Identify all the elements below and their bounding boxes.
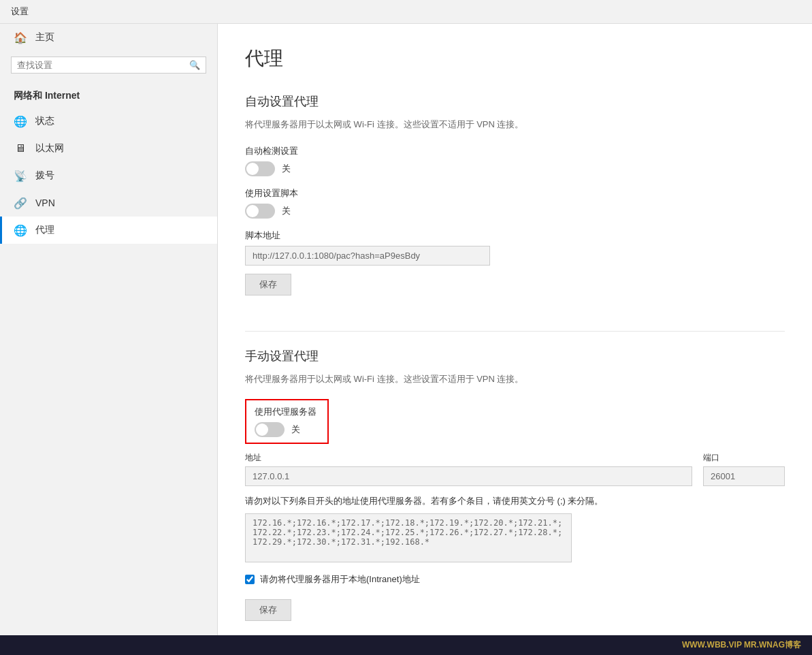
sidebar-search-container: 🔍 xyxy=(11,57,206,74)
page-title: 代理 xyxy=(245,46,785,71)
sidebar-item-vpn[interactable]: 🔗 VPN xyxy=(0,189,217,217)
section-divider xyxy=(245,331,785,332)
script-address-label: 脚本地址 xyxy=(245,229,785,242)
dialup-label: 拨号 xyxy=(35,170,54,182)
sidebar-item-dialup[interactable]: 📡 拨号 xyxy=(0,162,217,189)
use-proxy-toggle-text: 关 xyxy=(291,424,300,436)
checkbox-label: 请勿将代理服务器用于本地(Intranet)地址 xyxy=(260,573,420,586)
status-icon: 🌐 xyxy=(14,114,27,128)
top-bar: 设置 xyxy=(0,0,812,24)
use-proxy-box: 使用代理服务器 关 xyxy=(245,399,329,444)
status-label: 状态 xyxy=(35,115,54,127)
sidebar-item-ethernet[interactable]: 🖥 以太网 xyxy=(0,135,217,162)
search-icon: 🔍 xyxy=(189,60,200,70)
use-proxy-label: 使用代理服务器 xyxy=(255,406,316,418)
intranet-checkbox[interactable] xyxy=(245,575,255,584)
dialup-icon: 📡 xyxy=(14,169,27,182)
footer-text: WWW.WBB.VIP MR.WNAG博客 xyxy=(682,640,801,650)
port-label: 端口 xyxy=(703,452,785,464)
manual-section-title: 手动设置代理 xyxy=(245,348,785,364)
auto-detect-label: 自动检测设置 xyxy=(245,145,785,157)
address-label: 地址 xyxy=(245,452,692,464)
manual-save-button[interactable]: 保存 xyxy=(245,599,291,621)
ethernet-icon: 🖥 xyxy=(14,142,27,155)
address-input[interactable] xyxy=(245,466,692,486)
sidebar-item-proxy[interactable]: 🌐 代理 xyxy=(0,217,217,244)
use-script-toggle-text: 关 xyxy=(282,205,291,217)
addr-port-row: 地址 端口 xyxy=(245,452,785,486)
search-input[interactable] xyxy=(17,60,189,70)
home-icon: 🏠 xyxy=(14,31,27,44)
auto-detect-toggle-row: 关 xyxy=(245,161,785,176)
auto-detect-toggle-text: 关 xyxy=(282,163,291,175)
vpn-icon: 🔗 xyxy=(14,196,27,210)
use-proxy-toggle[interactable] xyxy=(255,422,285,437)
footer: WWW.WBB.VIP MR.WNAG博客 xyxy=(0,635,812,655)
use-proxy-toggle-row: 关 xyxy=(255,422,316,437)
auto-section-title: 自动设置代理 xyxy=(245,93,785,110)
auto-detect-toggle[interactable] xyxy=(245,161,275,176)
auto-save-button[interactable]: 保存 xyxy=(245,274,291,295)
port-input[interactable] xyxy=(703,466,785,486)
port-group: 端口 xyxy=(703,452,785,486)
address-group: 地址 xyxy=(245,452,692,486)
auto-section-desc: 将代理服务器用于以太网或 Wi-Fi 连接。这些设置不适用于 VPN 连接。 xyxy=(245,118,785,131)
exceptions-textarea[interactable]: 172.16.*;172.16.*;172.17.*;172.18.*;172.… xyxy=(245,513,572,562)
checkbox-row: 请勿将代理服务器用于本地(Intranet)地址 xyxy=(245,573,785,586)
content-area: 代理 自动设置代理 将代理服务器用于以太网或 Wi-Fi 连接。这些设置不适用于… xyxy=(218,24,812,635)
sidebar-item-status[interactable]: 🌐 状态 xyxy=(0,108,217,135)
vpn-label: VPN xyxy=(35,197,55,208)
sidebar-item-home[interactable]: 🏠 主页 xyxy=(0,24,217,51)
manual-section-desc: 将代理服务器用于以太网或 Wi-Fi 连接。这些设置不适用于 VPN 连接。 xyxy=(245,372,785,386)
use-script-label: 使用设置脚本 xyxy=(245,187,785,199)
script-address-input[interactable] xyxy=(245,246,490,266)
exceptions-desc: 请勿对以下列条目开头的地址使用代理服务器。若有多个条目，请使用英文分号 (;) … xyxy=(245,494,785,508)
proxy-icon: 🌐 xyxy=(14,223,27,237)
ethernet-label: 以太网 xyxy=(35,142,64,155)
app-title: 设置 xyxy=(11,6,29,16)
home-label: 主页 xyxy=(35,31,54,44)
use-script-toggle-row: 关 xyxy=(245,204,785,219)
proxy-label: 代理 xyxy=(35,224,54,236)
sidebar: 🏠 主页 🔍 网络和 Internet 🌐 状态 🖥 以太网 📡 拨号 xyxy=(0,24,218,635)
use-script-toggle[interactable] xyxy=(245,204,275,219)
sidebar-section-label: 网络和 Internet xyxy=(0,79,217,108)
